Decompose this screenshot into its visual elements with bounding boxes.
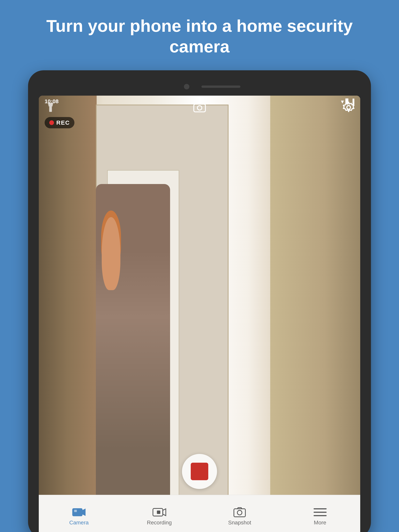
nav-item-snapshot[interactable]: Snapshot [200, 495, 280, 532]
more-nav-label: More [314, 519, 326, 526]
center-controls [193, 101, 206, 114]
settings-button[interactable] [341, 100, 356, 115]
flashlight-button[interactable] [43, 100, 58, 115]
svg-marker-5 [82, 509, 85, 516]
svg-point-3 [347, 106, 350, 109]
svg-marker-8 [163, 509, 166, 516]
stop-button-wrapper[interactable] [182, 454, 217, 489]
nav-item-more[interactable]: More [280, 495, 360, 532]
rec-dot [49, 120, 54, 125]
camera-nav-label: Camera [69, 519, 89, 526]
person-body [96, 184, 170, 516]
recording-nav-icon [153, 507, 166, 518]
flashlight-icon [45, 102, 56, 113]
tablet-screen: 10:08 ▾ ▊ ▐ [39, 96, 360, 532]
more-tab-icon [313, 507, 327, 518]
rec-label: REC [56, 119, 70, 126]
nav-item-recording[interactable]: Recording [119, 495, 200, 532]
snapshot-nav-label: Snapshot [228, 519, 251, 526]
recording-tab-icon [153, 507, 166, 518]
device-wrapper: 10:08 ▾ ▊ ▐ [0, 70, 399, 532]
recording-nav-label: Recording [147, 519, 172, 526]
svg-point-2 [197, 106, 202, 110]
top-toolbar [43, 100, 356, 115]
svg-point-11 [237, 510, 242, 515]
svg-rect-9 [157, 511, 160, 514]
page-title: Turn your phone into a home security cam… [0, 0, 399, 70]
svg-rect-0 [49, 107, 52, 112]
stop-button-outer[interactable] [182, 454, 217, 489]
nav-item-camera[interactable]: Camera [39, 495, 119, 532]
bottom-nav: Camera Recording [39, 495, 360, 532]
settings-icon [342, 101, 355, 114]
rec-badge: REC [45, 117, 74, 128]
door-area [87, 96, 264, 532]
snapshot-tab-icon [233, 507, 246, 518]
camera-tab-icon [72, 507, 86, 518]
camera-icon-top[interactable] [193, 101, 206, 114]
tablet-front-camera [184, 84, 189, 89]
more-nav-icon [313, 507, 327, 518]
person-head [102, 217, 120, 290]
svg-rect-6 [74, 510, 77, 512]
camera-nav-icon [72, 507, 86, 518]
snapshot-nav-icon [233, 507, 246, 518]
right-curtain [270, 96, 360, 532]
tablet-speaker [201, 85, 240, 88]
tablet-top-bar [39, 80, 360, 94]
tablet-frame: 10:08 ▾ ▊ ▐ [28, 70, 371, 532]
stop-button-inner [191, 463, 208, 480]
camera-top-icon [193, 102, 206, 113]
